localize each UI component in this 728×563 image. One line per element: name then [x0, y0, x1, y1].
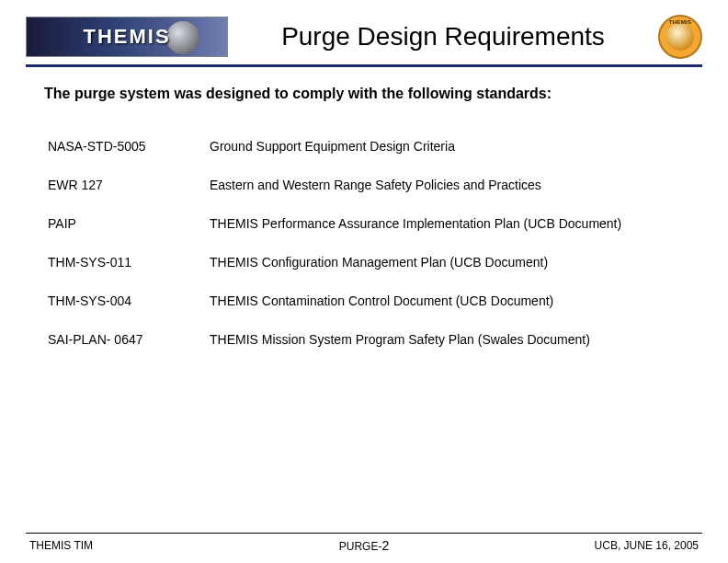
standard-desc: THEMIS Contamination Control Document (U… [210, 293, 684, 332]
footer-right: UCB, JUNE 16, 2005 [595, 539, 699, 552]
themis-badge-icon [658, 15, 702, 59]
slide-title: Purge Design Requirements [243, 22, 643, 52]
intro-text: The purge system was designed to comply … [44, 86, 684, 102]
table-row: SAI-PLAN- 0647 THEMIS Mission System Pro… [44, 332, 684, 371]
slide-footer: THEMIS TIM PURGE-2 UCB, JUNE 16, 2005 [26, 533, 702, 563]
badge-inner-icon [666, 23, 694, 51]
standard-code: THM-SYS-004 [44, 293, 210, 332]
footer-left: THEMIS TIM [29, 539, 93, 552]
page-number: 2 [381, 538, 389, 553]
standard-code: SAI-PLAN- 0647 [44, 332, 210, 371]
table-row: PAIP THEMIS Performance Assurance Implem… [44, 216, 684, 255]
footer-center: PURGE-2 [339, 538, 389, 553]
standard-code: EWR 127 [44, 178, 210, 216]
slide-header: THEMIS Purge Design Requirements [26, 15, 702, 67]
standard-desc: THEMIS Performance Assurance Implementat… [210, 216, 684, 255]
standards-table: NASA-STD-5005 Ground Support Equipment D… [44, 139, 684, 371]
standard-desc: THEMIS Configuration Management Plan (UC… [210, 255, 684, 293]
footer-center-prefix: PURGE- [339, 540, 382, 553]
standard-desc: THEMIS Mission System Program Safety Pla… [210, 332, 684, 371]
slide-content: The purge system was designed to comply … [26, 67, 702, 533]
themis-logo: THEMIS [26, 17, 228, 57]
table-row: THM-SYS-011 THEMIS Configuration Managem… [44, 255, 684, 293]
table-row: THM-SYS-004 THEMIS Contamination Control… [44, 293, 684, 332]
table-row: EWR 127 Eastern and Western Range Safety… [44, 178, 684, 216]
standard-code: THM-SYS-011 [44, 255, 210, 293]
standard-code: PAIP [44, 216, 210, 255]
standard-desc: Eastern and Western Range Safety Policie… [210, 178, 684, 216]
standard-code: NASA-STD-5005 [44, 139, 210, 178]
table-row: NASA-STD-5005 Ground Support Equipment D… [44, 139, 684, 178]
slide: THEMIS Purge Design Requirements The pur… [0, 0, 728, 563]
themis-logo-text: THEMIS [83, 25, 170, 49]
standard-desc: Ground Support Equipment Design Criteria [210, 139, 684, 178]
